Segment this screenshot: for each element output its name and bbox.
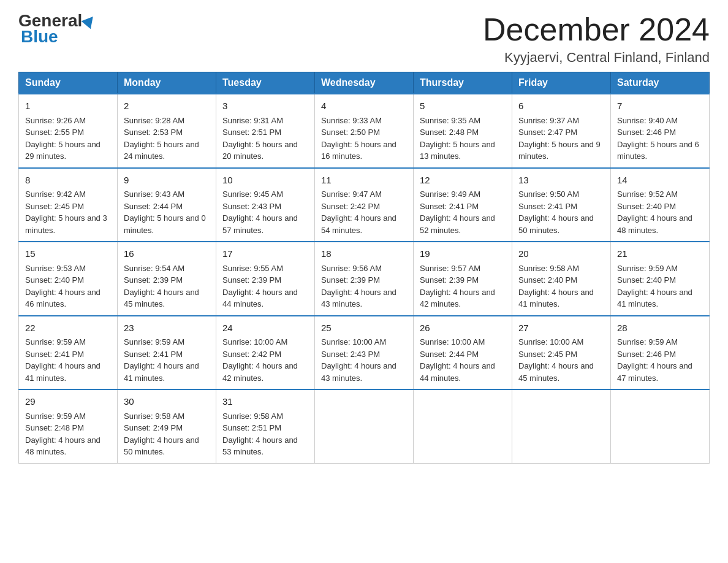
calendar-cell: 1 Sunrise: 9:26 AMSunset: 2:55 PMDayligh… bbox=[19, 94, 118, 168]
day-info: Sunrise: 9:52 AMSunset: 2:40 PMDaylight:… bbox=[617, 190, 692, 235]
day-number: 30 bbox=[124, 395, 210, 409]
calendar-cell: 23 Sunrise: 9:59 AMSunset: 2:41 PMDaylig… bbox=[118, 316, 216, 390]
day-number: 23 bbox=[124, 321, 210, 335]
calendar-cell bbox=[315, 389, 414, 463]
day-info: Sunrise: 9:37 AMSunset: 2:47 PMDaylight:… bbox=[518, 116, 601, 161]
day-number: 3 bbox=[222, 99, 308, 113]
weekday-header-saturday: Saturday bbox=[611, 72, 710, 94]
day-info: Sunrise: 9:33 AMSunset: 2:50 PMDaylight:… bbox=[321, 116, 396, 161]
calendar-cell: 6 Sunrise: 9:37 AMSunset: 2:47 PMDayligh… bbox=[512, 94, 611, 168]
calendar-cell: 5 Sunrise: 9:35 AMSunset: 2:48 PMDayligh… bbox=[414, 94, 512, 168]
day-number: 29 bbox=[25, 395, 111, 409]
day-info: Sunrise: 9:45 AMSunset: 2:43 PMDaylight:… bbox=[222, 190, 298, 235]
day-info: Sunrise: 9:28 AMSunset: 2:53 PMDaylight:… bbox=[124, 116, 199, 161]
day-number: 7 bbox=[617, 99, 703, 113]
day-number: 6 bbox=[518, 99, 604, 113]
day-number: 4 bbox=[321, 99, 407, 113]
day-number: 13 bbox=[518, 174, 604, 188]
day-number: 22 bbox=[25, 321, 111, 335]
calendar-cell: 29 Sunrise: 9:59 AMSunset: 2:48 PMDaylig… bbox=[19, 389, 118, 463]
day-number: 31 bbox=[222, 395, 308, 409]
calendar-week-row-2: 8 Sunrise: 9:42 AMSunset: 2:45 PMDayligh… bbox=[19, 168, 710, 242]
calendar-cell: 12 Sunrise: 9:49 AMSunset: 2:41 PMDaylig… bbox=[414, 168, 512, 242]
page-header: General Blue December 2024 Kyyjaervi, Ce… bbox=[18, 12, 710, 66]
day-info: Sunrise: 9:59 AMSunset: 2:41 PMDaylight:… bbox=[25, 337, 100, 383]
month-title: December 2024 bbox=[483, 12, 710, 47]
calendar-cell: 26 Sunrise: 10:00 AMSunset: 2:44 PMDayli… bbox=[414, 316, 512, 390]
day-number: 16 bbox=[124, 247, 210, 261]
day-number: 11 bbox=[321, 174, 407, 188]
day-number: 5 bbox=[420, 99, 506, 113]
day-number: 21 bbox=[617, 247, 703, 261]
calendar-cell: 7 Sunrise: 9:40 AMSunset: 2:46 PMDayligh… bbox=[611, 94, 710, 168]
day-info: Sunrise: 9:42 AMSunset: 2:45 PMDaylight:… bbox=[25, 190, 107, 235]
calendar-cell: 27 Sunrise: 10:00 AMSunset: 2:45 PMDayli… bbox=[512, 316, 611, 390]
calendar-cell: 2 Sunrise: 9:28 AMSunset: 2:53 PMDayligh… bbox=[118, 94, 216, 168]
calendar-cell: 16 Sunrise: 9:54 AMSunset: 2:39 PMDaylig… bbox=[118, 242, 216, 316]
calendar-cell: 30 Sunrise: 9:58 AMSunset: 2:49 PMDaylig… bbox=[118, 389, 216, 463]
calendar-week-row-4: 22 Sunrise: 9:59 AMSunset: 2:41 PMDaylig… bbox=[19, 316, 710, 390]
day-number: 26 bbox=[420, 321, 506, 335]
calendar-cell: 31 Sunrise: 9:58 AMSunset: 2:51 PMDaylig… bbox=[216, 389, 315, 463]
day-number: 1 bbox=[25, 99, 111, 113]
day-info: Sunrise: 9:55 AMSunset: 2:39 PMDaylight:… bbox=[222, 264, 298, 309]
calendar-cell: 9 Sunrise: 9:43 AMSunset: 2:44 PMDayligh… bbox=[118, 168, 216, 242]
calendar-cell: 24 Sunrise: 10:00 AMSunset: 2:42 PMDayli… bbox=[216, 316, 315, 390]
location-title: Kyyjaervi, Central Finland, Finland bbox=[483, 50, 710, 66]
logo-triangle-icon bbox=[82, 13, 98, 29]
day-number: 8 bbox=[25, 174, 111, 188]
calendar-cell: 28 Sunrise: 9:59 AMSunset: 2:46 PMDaylig… bbox=[611, 316, 710, 390]
day-number: 27 bbox=[518, 321, 604, 335]
day-info: Sunrise: 9:59 AMSunset: 2:41 PMDaylight:… bbox=[124, 337, 199, 383]
day-info: Sunrise: 10:00 AMSunset: 2:44 PMDaylight… bbox=[420, 337, 495, 383]
weekday-header-friday: Friday bbox=[512, 72, 611, 94]
weekday-header-thursday: Thursday bbox=[414, 72, 512, 94]
calendar-cell: 3 Sunrise: 9:31 AMSunset: 2:51 PMDayligh… bbox=[216, 94, 315, 168]
day-number: 19 bbox=[420, 247, 506, 261]
calendar-cell: 13 Sunrise: 9:50 AMSunset: 2:41 PMDaylig… bbox=[512, 168, 611, 242]
calendar-cell: 25 Sunrise: 10:00 AMSunset: 2:43 PMDayli… bbox=[315, 316, 414, 390]
day-info: Sunrise: 10:00 AMSunset: 2:42 PMDaylight… bbox=[222, 337, 298, 383]
calendar-cell: 11 Sunrise: 9:47 AMSunset: 2:42 PMDaylig… bbox=[315, 168, 414, 242]
day-info: Sunrise: 9:43 AMSunset: 2:44 PMDaylight:… bbox=[124, 190, 206, 235]
day-info: Sunrise: 9:47 AMSunset: 2:42 PMDaylight:… bbox=[321, 190, 396, 235]
day-info: Sunrise: 9:53 AMSunset: 2:40 PMDaylight:… bbox=[25, 264, 100, 309]
logo-area: General Blue bbox=[18, 12, 97, 47]
day-number: 28 bbox=[617, 321, 703, 335]
weekday-header-monday: Monday bbox=[118, 72, 216, 94]
day-info: Sunrise: 9:59 AMSunset: 2:46 PMDaylight:… bbox=[617, 337, 692, 383]
calendar-week-row-5: 29 Sunrise: 9:59 AMSunset: 2:48 PMDaylig… bbox=[19, 389, 710, 463]
calendar-cell: 19 Sunrise: 9:57 AMSunset: 2:39 PMDaylig… bbox=[414, 242, 512, 316]
day-info: Sunrise: 10:00 AMSunset: 2:45 PMDaylight… bbox=[518, 337, 594, 383]
day-number: 18 bbox=[321, 247, 407, 261]
day-number: 12 bbox=[420, 174, 506, 188]
day-info: Sunrise: 9:35 AMSunset: 2:48 PMDaylight:… bbox=[420, 116, 495, 161]
calendar-cell bbox=[512, 389, 611, 463]
day-info: Sunrise: 9:59 AMSunset: 2:48 PMDaylight:… bbox=[25, 412, 100, 457]
title-area: December 2024 Kyyjaervi, Central Finland… bbox=[483, 12, 710, 66]
calendar-table: SundayMondayTuesdayWednesdayThursdayFrid… bbox=[18, 72, 710, 464]
day-info: Sunrise: 9:54 AMSunset: 2:39 PMDaylight:… bbox=[124, 264, 199, 309]
calendar-cell: 4 Sunrise: 9:33 AMSunset: 2:50 PMDayligh… bbox=[315, 94, 414, 168]
day-number: 2 bbox=[124, 99, 210, 113]
day-info: Sunrise: 9:59 AMSunset: 2:40 PMDaylight:… bbox=[617, 264, 692, 309]
day-info: Sunrise: 10:00 AMSunset: 2:43 PMDaylight… bbox=[321, 337, 396, 383]
day-info: Sunrise: 9:58 AMSunset: 2:40 PMDaylight:… bbox=[518, 264, 594, 309]
day-info: Sunrise: 9:26 AMSunset: 2:55 PMDaylight:… bbox=[25, 116, 100, 161]
day-info: Sunrise: 9:31 AMSunset: 2:51 PMDaylight:… bbox=[222, 116, 298, 161]
calendar-cell: 20 Sunrise: 9:58 AMSunset: 2:40 PMDaylig… bbox=[512, 242, 611, 316]
weekday-header-wednesday: Wednesday bbox=[315, 72, 414, 94]
calendar-cell: 8 Sunrise: 9:42 AMSunset: 2:45 PMDayligh… bbox=[19, 168, 118, 242]
calendar-cell: 18 Sunrise: 9:56 AMSunset: 2:39 PMDaylig… bbox=[315, 242, 414, 316]
calendar-cell: 21 Sunrise: 9:59 AMSunset: 2:40 PMDaylig… bbox=[611, 242, 710, 316]
calendar-cell: 17 Sunrise: 9:55 AMSunset: 2:39 PMDaylig… bbox=[216, 242, 315, 316]
day-info: Sunrise: 9:50 AMSunset: 2:41 PMDaylight:… bbox=[518, 190, 594, 235]
day-info: Sunrise: 9:49 AMSunset: 2:41 PMDaylight:… bbox=[420, 190, 495, 235]
day-number: 15 bbox=[25, 247, 111, 261]
logo-blue-text: Blue bbox=[21, 27, 58, 47]
day-info: Sunrise: 9:40 AMSunset: 2:46 PMDaylight:… bbox=[617, 116, 699, 161]
day-number: 10 bbox=[222, 174, 308, 188]
day-number: 14 bbox=[617, 174, 703, 188]
day-number: 24 bbox=[222, 321, 308, 335]
calendar-cell: 15 Sunrise: 9:53 AMSunset: 2:40 PMDaylig… bbox=[19, 242, 118, 316]
